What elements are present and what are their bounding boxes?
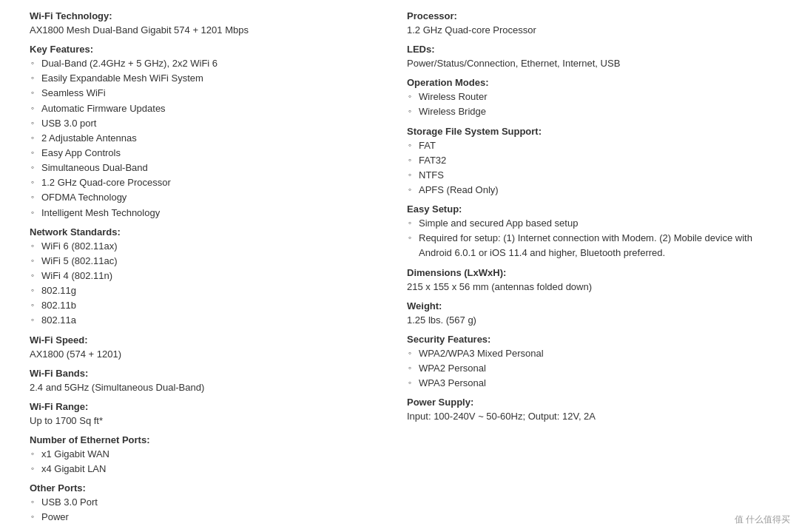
key-features-list: Dual-Band (2.4GHz + 5 GHz), 2x2 WiFi 6 E… xyxy=(30,56,392,220)
security-label: Security Features: xyxy=(407,334,769,345)
processor-label: Processor: xyxy=(407,10,769,21)
wifi-tech-label: Wi-Fi Technology: xyxy=(30,10,392,21)
list-item: WiFi 4 (802.11n) xyxy=(30,269,392,283)
list-item: Easily Expandable Mesh WiFi System xyxy=(30,71,392,86)
list-item: Required for setup: (1) Internet connect… xyxy=(407,231,769,260)
list-item: FAT32 xyxy=(407,153,769,168)
leds-value: Power/Status/Connection, Ethernet, Inter… xyxy=(407,56,769,71)
list-item: 802.11g xyxy=(30,283,392,298)
wifi-speed-value: AX1800 (574 + 1201) xyxy=(30,347,392,362)
list-item: x4 Gigabit LAN xyxy=(30,462,392,477)
left-column: Wi-Fi Technology: AX1800 Mesh Dual-Band … xyxy=(30,7,392,532)
network-standards-list: WiFi 6 (802.11ax) WiFi 5 (802.11ac) WiFi… xyxy=(30,239,392,329)
list-item: WiFi 6 (802.11ax) xyxy=(30,239,392,254)
list-item: Seamless WiFi xyxy=(30,86,392,101)
wifi-bands-label: Wi-Fi Bands: xyxy=(30,368,392,379)
wifi-range-value: Up to 1700 Sq ft* xyxy=(30,414,392,428)
easy-setup-label: Easy Setup: xyxy=(407,203,769,215)
other-ports-label: Other Ports: xyxy=(30,482,392,494)
list-item: Automatic Firmware Updates xyxy=(30,101,392,116)
watermark: 值 什么值得买 xyxy=(735,514,790,526)
key-features-label: Key Features: xyxy=(30,44,392,55)
network-standards-label: Network Standards: xyxy=(30,226,392,238)
right-column: Processor: 1.2 GHz Quad-core Processor L… xyxy=(407,7,769,532)
operation-modes-label: Operation Modes: xyxy=(407,77,769,88)
list-item: USB 3.0 Port xyxy=(30,495,392,510)
list-item: WPA2/WPA3 Mixed Personal xyxy=(407,346,769,361)
ethernet-ports-list: x1 Gigabit WAN x4 Gigabit LAN xyxy=(30,447,392,477)
power-supply-value: Input: 100-240V ~ 50-60Hz; Output: 12V, … xyxy=(407,409,769,424)
storage-list: FAT FAT32 NTFS APFS (Read Only) xyxy=(407,138,769,198)
list-item: 802.11b xyxy=(30,298,392,313)
wifi-tech-value: AX1800 Mesh Dual-Band Gigabit 574 + 1201… xyxy=(30,23,392,38)
easy-setup-list: Simple and secured App based setup Requi… xyxy=(407,216,769,260)
list-item: Easy App Controls xyxy=(30,146,392,161)
list-item: WPA2 Personal xyxy=(407,361,769,376)
list-item: Wireless Router xyxy=(407,90,769,104)
operation-modes-list: Wireless Router Wireless Bridge xyxy=(407,90,769,119)
list-item: OFDMA Technology xyxy=(30,190,392,205)
list-item: APFS (Read Only) xyxy=(407,183,769,198)
weight-label: Weight: xyxy=(407,300,769,312)
security-list: WPA2/WPA3 Mixed Personal WPA2 Personal W… xyxy=(407,346,769,391)
storage-label: Storage File System Support: xyxy=(407,126,769,137)
ethernet-ports-label: Number of Ethernet Ports: xyxy=(30,434,392,445)
list-item: Power xyxy=(30,510,392,525)
wifi-speed-label: Wi-Fi Speed: xyxy=(30,334,392,346)
list-item: FAT xyxy=(407,138,769,153)
list-item: x1 Gigabit WAN xyxy=(30,447,392,462)
list-item: Intelligent Mesh Technology xyxy=(30,206,392,220)
list-item: WPA3 Personal xyxy=(407,376,769,391)
weight-value: 1.25 lbs. (567 g) xyxy=(407,313,769,328)
list-item: WiFi 5 (802.11ac) xyxy=(30,254,392,269)
list-item: 1.2 GHz Quad-core Processor xyxy=(30,175,392,190)
leds-label: LEDs: xyxy=(407,44,769,55)
dimensions-label: Dimensions (LxWxH): xyxy=(407,267,769,278)
list-item: NTFS xyxy=(407,168,769,183)
power-supply-label: Power Supply: xyxy=(407,397,769,408)
processor-value: 1.2 GHz Quad-core Processor xyxy=(407,23,769,38)
list-item: USB 3.0 port xyxy=(30,116,392,131)
wifi-range-label: Wi-Fi Range: xyxy=(30,401,392,412)
list-item: 802.11a xyxy=(30,313,392,328)
list-item: 2 Adjustable Antennas xyxy=(30,131,392,146)
wifi-bands-value: 2.4 and 5GHz (Simultaneous Dual-Band) xyxy=(30,380,392,395)
list-item: Simultaneous Dual-Band xyxy=(30,161,392,175)
list-item: Simple and secured App based setup xyxy=(407,216,769,231)
other-ports-list: USB 3.0 Port Power xyxy=(30,495,392,525)
dimensions-value: 215 x 155 x 56 mm (antennas folded down) xyxy=(407,280,769,294)
list-item: Wireless Bridge xyxy=(407,104,769,119)
list-item: Dual-Band (2.4GHz + 5 GHz), 2x2 WiFi 6 xyxy=(30,56,392,71)
